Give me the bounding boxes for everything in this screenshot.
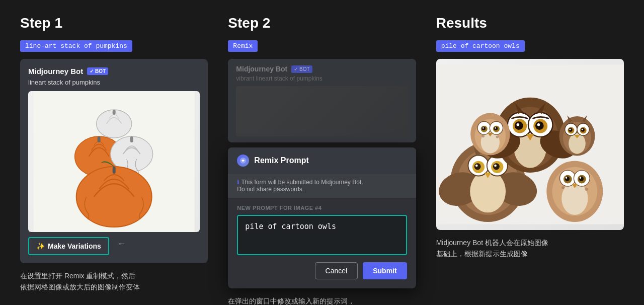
- step2-column: Step 2 Remix Midjourney Bot ✓ BOT vibran…: [228, 15, 416, 305]
- svg-point-21: [493, 163, 500, 170]
- remix-modal-title: Remix Prompt: [254, 156, 308, 165]
- svg-point-65: [489, 133, 492, 135]
- step1-tag: line-art stack of pumpkins: [20, 40, 132, 52]
- svg-point-66: [496, 135, 499, 138]
- step2-bg-subtitle: vibrant lineart stack of pumpkins: [236, 75, 408, 82]
- svg-point-36: [565, 176, 569, 181]
- step2-bg-image: [236, 86, 408, 136]
- svg-point-37: [579, 176, 583, 181]
- svg-rect-4: [98, 136, 101, 142]
- cancel-button[interactable]: Cancel: [315, 262, 358, 279]
- results-title: Results: [436, 15, 624, 31]
- submit-button[interactable]: Submit: [363, 262, 407, 279]
- remix-modal-header: Remix Prompt: [228, 147, 416, 174]
- svg-rect-6: [130, 136, 133, 142]
- page-container: Step 1 line-art stack of pumpkins Midjou…: [0, 0, 644, 305]
- svg-point-38: [566, 177, 567, 179]
- remix-modal-body: NEW PROMPT FOR IMAGE #4 Cancel Submit: [228, 198, 416, 288]
- svg-point-52: [537, 123, 540, 126]
- remix-info-text: This form will be submitted to Midjourne…: [237, 179, 363, 193]
- svg-point-23: [494, 165, 497, 167]
- remix-modal: Remix Prompt ℹ This form will be submitt…: [228, 147, 416, 288]
- prompt-input[interactable]: [237, 215, 407, 255]
- step2-title: Step 2: [228, 15, 416, 31]
- remix-info-bar: ℹ This form will be submitted to Midjour…: [228, 174, 416, 198]
- step1-bot-badge: ✓ BOT: [87, 67, 108, 75]
- step2-wrapper: Midjourney Bot ✓ BOT vibrant lineart sta…: [228, 59, 416, 288]
- svg-point-62: [482, 127, 484, 129]
- step1-title: Step 1: [20, 15, 208, 31]
- make-variations-row: ✨ Make Variations ←: [28, 232, 200, 255]
- arrow-icon: ←: [117, 239, 126, 249]
- svg-point-63: [495, 127, 496, 129]
- step1-discord-card: Midjourney Bot ✓ BOT lineart stack of pu…: [20, 59, 208, 263]
- wand-icon: ✨: [36, 242, 45, 250]
- make-variations-label: Make Variations: [48, 242, 101, 250]
- step1-pumpkin-image: [28, 91, 200, 232]
- step1-description: 在设置里打开 Remix 重制模式，然后 依据网格图像或放大后的图像制作变体: [20, 270, 208, 293]
- step2-tag: Remix: [228, 40, 258, 52]
- svg-rect-8: [113, 167, 116, 174]
- step2-bg-card: Midjourney Bot ✓ BOT vibrant lineart sta…: [228, 59, 416, 142]
- modal-buttons: Cancel Submit: [237, 262, 407, 279]
- svg-rect-2: [113, 110, 116, 115]
- svg-point-22: [475, 165, 478, 167]
- svg-point-30: [561, 186, 565, 189]
- svg-point-7: [76, 167, 152, 227]
- svg-point-51: [516, 123, 519, 126]
- make-variations-button[interactable]: ✨ Make Variations: [28, 237, 109, 255]
- step2-bg-bot-name: Midjourney Bot: [236, 65, 287, 73]
- step2-bg-bot-badge: ✓ BOT: [291, 65, 312, 73]
- svg-point-64: [481, 134, 485, 137]
- step1-bot-name: Midjourney Bot: [28, 67, 83, 75]
- svg-point-76: [569, 129, 571, 130]
- svg-point-20: [474, 163, 480, 170]
- results-owl-image: [436, 59, 624, 230]
- step2-bg-bot-header: Midjourney Bot ✓ BOT: [236, 65, 408, 73]
- prompt-label: NEW PROMPT FOR IMAGE #4: [237, 205, 407, 211]
- remix-icon: [237, 155, 249, 167]
- results-tag: pile of cartoon owls: [436, 40, 525, 52]
- step1-column: Step 1 line-art stack of pumpkins Midjou…: [20, 15, 208, 305]
- svg-point-39: [580, 177, 581, 179]
- svg-point-31: [585, 187, 588, 191]
- svg-point-77: [582, 129, 583, 130]
- step2-description: 在弹出的窗口中修改或输入新的提示词， 完成后点击提交。: [228, 295, 416, 305]
- step1-bot-subtitle: lineart stack of pumpkins: [28, 79, 200, 86]
- results-column: Results pile of cartoon owls: [436, 15, 624, 305]
- results-description: Midjourney Bot 机器人会在原始图像 基础上，根据新提示生成图像: [436, 237, 624, 260]
- step1-bot-header: Midjourney Bot ✓ BOT: [28, 67, 200, 75]
